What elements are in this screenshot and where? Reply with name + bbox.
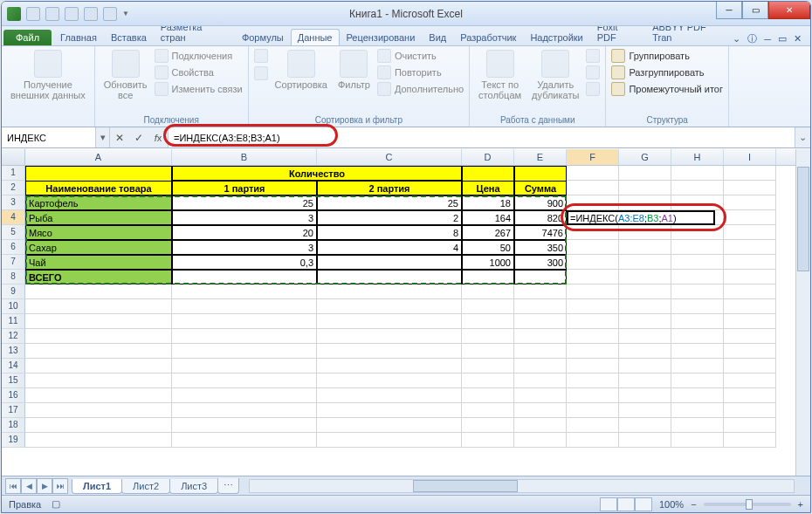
name-box-dropdown-icon[interactable]: ▾ — [96, 127, 110, 147]
cell[interactable] — [567, 195, 619, 210]
vertical-scrollbar[interactable] — [795, 149, 810, 476]
view-pagelayout-button[interactable] — [617, 497, 635, 511]
workbook-min-icon[interactable]: ─ — [764, 34, 771, 45]
sheet-tab[interactable]: Лист3 — [169, 479, 218, 494]
cell[interactable] — [619, 195, 671, 210]
formula-input[interactable]: =ИНДЕКС(A3:E8;B3;A1) — [169, 127, 795, 147]
row-header[interactable]: 11 — [2, 314, 25, 329]
col-header-I[interactable]: I — [724, 149, 776, 165]
properties-button[interactable]: Свойства — [155, 65, 243, 80]
cell[interactable] — [567, 181, 619, 195]
cell[interactable] — [567, 270, 619, 284]
cell[interactable]: Сумма — [514, 181, 567, 195]
view-normal-button[interactable] — [600, 497, 617, 511]
sheet-tab[interactable]: Лист1 — [72, 479, 122, 494]
zoom-percent[interactable]: 100% — [659, 499, 684, 510]
tab-home[interactable]: Главная — [53, 29, 104, 45]
cell[interactable] — [619, 166, 671, 181]
cell[interactable] — [724, 181, 776, 195]
edit-links-button[interactable]: Изменить связи — [155, 81, 243, 97]
cell[interactable]: 267 — [462, 225, 514, 240]
sort-desc-button[interactable] — [254, 65, 268, 81]
cell[interactable] — [567, 166, 619, 181]
cell[interactable] — [619, 225, 671, 240]
qat-undo-icon[interactable] — [45, 7, 59, 21]
col-header-E[interactable]: E — [514, 149, 567, 165]
qat-save-icon[interactable] — [26, 7, 40, 21]
sheet-nav-next[interactable]: ▶ — [37, 478, 52, 494]
cell[interactable]: 25 — [317, 195, 462, 210]
cell[interactable]: 8 — [317, 225, 462, 240]
cell[interactable] — [567, 240, 619, 255]
cell[interactable] — [619, 255, 671, 270]
remove-duplicates-button[interactable]: Удалить дубликаты — [528, 48, 582, 102]
cell[interactable]: 3 — [172, 240, 317, 255]
cell[interactable] — [724, 195, 776, 210]
cell[interactable] — [514, 270, 567, 284]
cell[interactable]: 20 — [172, 225, 317, 240]
zoom-slider[interactable] — [704, 503, 791, 506]
cell[interactable] — [567, 225, 619, 240]
row-header[interactable]: 8 — [2, 270, 25, 284]
workbook-close-icon[interactable]: ✕ — [794, 33, 802, 45]
cell[interactable] — [317, 270, 462, 284]
data-validation-button[interactable] — [586, 48, 600, 64]
cell[interactable]: Наименование товара — [25, 181, 172, 195]
fx-button[interactable]: fx — [148, 133, 168, 143]
col-header-D[interactable]: D — [462, 149, 514, 165]
scrollbar-thumb[interactable] — [413, 480, 518, 492]
sort-button[interactable]: Сортировка — [272, 48, 331, 92]
qat-dropdown-icon[interactable]: ▼ — [122, 10, 129, 17]
enter-formula-button[interactable]: ✓ — [129, 132, 148, 144]
cell[interactable]: 350 — [514, 240, 567, 255]
cell[interactable]: 50 — [462, 240, 514, 255]
sheet-nav-prev[interactable]: ◀ — [21, 478, 37, 494]
group-button[interactable]: Группировать — [611, 48, 723, 64]
row-header[interactable]: 6 — [2, 240, 25, 255]
row-header[interactable]: 3 — [2, 195, 25, 210]
filter-button[interactable]: Фильтр — [334, 48, 374, 92]
cancel-formula-button[interactable]: ✕ — [110, 132, 129, 144]
cell[interactable]: 4 — [317, 240, 462, 255]
row-header[interactable]: 5 — [2, 225, 25, 240]
whatif-button[interactable] — [586, 81, 600, 97]
cell[interactable]: Рыба — [25, 210, 172, 225]
cell[interactable] — [619, 181, 671, 195]
cell[interactable]: Мясо — [25, 225, 172, 240]
cell[interactable] — [671, 195, 724, 210]
row-header[interactable]: 19 — [2, 433, 25, 448]
qat-icon-5[interactable] — [103, 7, 117, 21]
row-header[interactable]: 2 — [2, 181, 25, 195]
cell[interactable] — [671, 240, 724, 255]
refresh-all-button[interactable]: Обновить все — [100, 48, 151, 102]
row-header[interactable]: 16 — [2, 388, 25, 403]
zoom-slider-thumb[interactable] — [746, 499, 753, 510]
row-header[interactable]: 13 — [2, 344, 25, 359]
consolidate-button[interactable] — [586, 65, 600, 80]
cell[interactable]: 7476 — [514, 225, 567, 240]
cell[interactable] — [671, 270, 724, 284]
tab-view[interactable]: Вид — [422, 29, 453, 45]
cell[interactable]: 1 партия — [172, 181, 317, 195]
select-all-corner[interactable] — [2, 149, 25, 165]
cell[interactable] — [619, 270, 671, 284]
tab-formulas[interactable]: Формулы — [235, 29, 291, 45]
cell[interactable] — [514, 166, 567, 181]
cell[interactable] — [567, 255, 619, 270]
cell[interactable]: 2 — [317, 210, 462, 225]
worksheet-grid[interactable]: A B C D E F G H I 1 Количество 2 Наимено… — [2, 149, 810, 476]
tab-data[interactable]: Данные — [291, 29, 340, 45]
minimize-button[interactable]: ─ — [716, 2, 742, 19]
workbook-restore-icon[interactable]: ▭ — [778, 33, 787, 45]
row-header[interactable]: 4 — [2, 210, 25, 225]
new-sheet-button[interactable]: ⋯ — [217, 478, 239, 494]
cell[interactable] — [724, 166, 776, 181]
view-pagebreak-button[interactable] — [635, 497, 652, 511]
col-header-C[interactable]: C — [317, 149, 462, 165]
subtotal-button[interactable]: Промежуточный итог — [611, 81, 723, 97]
row-header[interactable]: 12 — [2, 329, 25, 344]
close-button[interactable]: ✕ — [768, 2, 810, 19]
col-header-A[interactable]: A — [25, 149, 172, 165]
tab-review[interactable]: Рецензировани — [340, 29, 423, 45]
cell[interactable] — [724, 270, 776, 284]
